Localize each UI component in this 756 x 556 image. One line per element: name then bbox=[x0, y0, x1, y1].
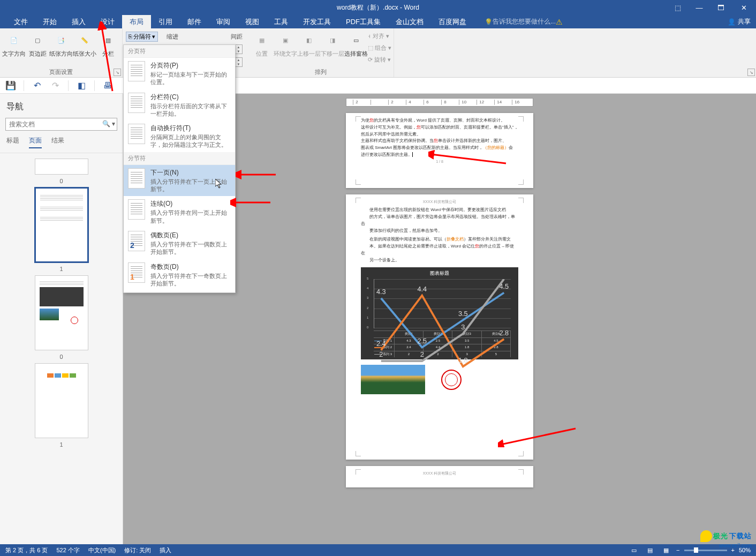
dropdown-item-1[interactable]: 分栏符(C)指示分栏符后面的文字将从下一栏开始。 bbox=[124, 89, 235, 121]
tab-baidu[interactable]: 百度网盘 bbox=[431, 15, 474, 28]
minimize-button[interactable]: — bbox=[689, 0, 710, 15]
tab-view[interactable]: 视图 bbox=[238, 15, 267, 28]
document-page-2[interactable]: XXXX 科技有限公司 使用在需要位置出现的新按钮在 Word 中保存时间。要更… bbox=[346, 194, 533, 460]
dropdown-item-6[interactable]: 1奇数页(D)插入分节符并在下一奇数页上开始新节。 bbox=[124, 259, 235, 291]
view-web-button[interactable]: ▦ bbox=[660, 545, 672, 555]
search-icon[interactable]: 🔍 ▾ bbox=[102, 120, 115, 127]
group-page-setup: 📄文字方向 ▢页边距 📑纸张方向 📏纸张大小 ▥分栏 页面设置 ↘ bbox=[0, 28, 123, 77]
dropdown-item-0[interactable]: 分页符(P)标记一页结束与下一页开始的位置。 bbox=[124, 58, 235, 89]
status-bar: 第 2 页，共 6 页 522 个字 中文(中国) 修订: 关闭 插入 ▭ ▤ … bbox=[0, 544, 756, 556]
window-options-button[interactable]: ⬚ bbox=[667, 0, 689, 15]
thumbnail-page-3[interactable] bbox=[35, 363, 88, 438]
document-page-1[interactable]: 为使您的文档具有专业外观，Word 提供了页眉、页脚、封面和文本框设计。这些设计… bbox=[346, 113, 533, 188]
tab-file[interactable]: 文件 bbox=[6, 15, 35, 28]
close-button[interactable]: ✕ bbox=[731, 0, 756, 15]
nav-tab-results[interactable]: 结果 bbox=[51, 136, 64, 148]
indent-label: 缩进 bbox=[167, 33, 178, 41]
dropdown-item-2[interactable]: 自动换行符(T)分隔网页上的对象周围的文字，如分隔题注文字与正文。 bbox=[124, 121, 235, 152]
tab-developer[interactable]: 开发工具 bbox=[296, 15, 338, 28]
dropdown-item-4[interactable]: 连续(O)插入分节符并在同一页上开始新节。 bbox=[124, 196, 235, 228]
view-read-button[interactable]: ▭ bbox=[628, 545, 640, 555]
status-page[interactable]: 第 2 页，共 6 页 bbox=[5, 546, 48, 554]
embedded-chart: 图表标题 0123454.32.53.54.52.44.41.82.82235 … bbox=[361, 267, 518, 360]
tab-mailings[interactable]: 邮件 bbox=[180, 15, 209, 28]
save-icon[interactable]: 💾 bbox=[5, 80, 16, 91]
navigation-pane: 导航 🔍 ▾ 标题 页面 结果 0 1 0 bbox=[0, 94, 123, 544]
document-page-3[interactable]: XXXX 科技有限公司 bbox=[346, 466, 533, 487]
columns-button[interactable]: ▥分栏 bbox=[96, 29, 120, 68]
nav-search: 🔍 ▾ bbox=[5, 118, 117, 131]
group-label-arrange: 排列 bbox=[250, 68, 391, 77]
tab-design[interactable]: 设计 bbox=[93, 15, 122, 28]
nav-tab-headings[interactable]: 标题 bbox=[6, 136, 19, 148]
ribbon-tabs: 文件 开始 插入 设计 布局 引用 邮件 审阅 视图 工具 开发工具 PDF工具… bbox=[0, 15, 756, 28]
breaks-dropdown: 分页符 分页符(P)标记一页结束与下一页开始的位置。分栏符(C)指示分栏符后面的… bbox=[123, 44, 236, 293]
nav-thumbnails: 0 1 0 bbox=[0, 153, 123, 539]
thumbnail-page-2[interactable] bbox=[35, 275, 88, 350]
nav-tab-pages[interactable]: 页面 bbox=[29, 136, 42, 148]
tab-references[interactable]: 引用 bbox=[151, 15, 180, 28]
status-lang[interactable]: 中文(中国) bbox=[88, 546, 116, 554]
status-insert[interactable]: 插入 bbox=[160, 546, 171, 554]
dropdown-section-page-breaks: 分页符 bbox=[124, 45, 235, 58]
svg-text:4.3: 4.3 bbox=[376, 288, 386, 296]
tab-home[interactable]: 开始 bbox=[35, 15, 64, 28]
tab-review[interactable]: 审阅 bbox=[209, 15, 238, 28]
paragraph-launcher[interactable]: ↘ bbox=[747, 69, 755, 76]
warning-icon[interactable]: ⚠ bbox=[556, 15, 563, 28]
tab-insert[interactable]: 插入 bbox=[64, 15, 93, 28]
dropdown-item-3[interactable]: 下一页(N)插入分节符并在下一页上开始新节。 bbox=[124, 165, 235, 197]
svg-text:4.4: 4.4 bbox=[417, 285, 427, 293]
status-track[interactable]: 修订: 关闭 bbox=[124, 546, 151, 554]
zoom-slider[interactable] bbox=[684, 550, 727, 551]
text-direction-button[interactable]: 📄文字方向 bbox=[2, 29, 26, 68]
titlebar: word教程（新）.docx - Word ⬚ — 🗖 ✕ bbox=[0, 0, 756, 15]
page-setup-launcher[interactable]: ↘ bbox=[114, 69, 121, 76]
dropdown-item-5[interactable]: 2偶数页(E)插入分节符并在下一偶数页上开始新节。 bbox=[124, 228, 235, 259]
size-button[interactable]: 📏纸张大小 bbox=[73, 29, 96, 68]
position-button[interactable]: ▦位置 bbox=[250, 29, 274, 58]
send-backward-button[interactable]: ◨下移一层 bbox=[321, 29, 344, 58]
breaks-button[interactable]: ⎘ 分隔符 ▾ bbox=[126, 32, 158, 42]
svg-text:2.4: 2.4 bbox=[376, 340, 386, 348]
window-title: word教程（新）.docx - Word bbox=[337, 3, 419, 12]
thumbnail-blank[interactable] bbox=[35, 159, 88, 175]
status-words[interactable]: 522 个字 bbox=[56, 546, 79, 554]
svg-text:3.5: 3.5 bbox=[458, 310, 468, 318]
svg-text:2.8: 2.8 bbox=[499, 329, 509, 337]
main-area: 导航 🔍 ▾ 标题 页面 结果 0 1 0 bbox=[0, 94, 756, 544]
redo-icon[interactable]: ↷ bbox=[50, 80, 61, 91]
tab-layout[interactable]: 布局 bbox=[122, 15, 151, 28]
print-icon[interactable]: 🖶 bbox=[102, 80, 113, 91]
maximize-button[interactable]: 🗖 bbox=[710, 0, 731, 15]
zoom-out-button[interactable]: − bbox=[676, 547, 679, 553]
group-button[interactable]: ⬚ 组合 ▾ bbox=[368, 42, 391, 53]
selection-pane-button[interactable]: ▭选择窗格 bbox=[344, 29, 368, 58]
orientation-button[interactable]: 📑纸张方向 bbox=[49, 29, 73, 68]
align-button[interactable]: ⫞ 对齐 ▾ bbox=[368, 31, 391, 41]
quick-access-toolbar: 💾 ↶ ↷ ◧ 🖶 bbox=[0, 78, 756, 94]
view-print-button[interactable]: ▤ bbox=[644, 545, 656, 555]
group-label: 页面设置 bbox=[2, 68, 120, 77]
share-button[interactable]: 👤 共享 bbox=[728, 15, 751, 28]
dropdown-section-section-breaks: 分节符 bbox=[124, 152, 235, 165]
seal-stamp bbox=[441, 370, 462, 390]
new-icon[interactable]: ◧ bbox=[76, 80, 87, 91]
tab-pdf[interactable]: PDF工具集 bbox=[338, 15, 388, 28]
svg-text:1.8: 1.8 bbox=[458, 356, 468, 364]
bring-forward-button[interactable]: ◧上移一层 bbox=[297, 29, 321, 58]
undo-icon[interactable]: ↶ bbox=[32, 80, 42, 91]
tab-tools[interactable]: 工具 bbox=[267, 15, 296, 28]
horizontal-ruler[interactable]: │ 2│ │ 2│ 4│ 6│ 8│ 10│ 12│ 14│ 16 bbox=[346, 98, 533, 107]
wrap-text-button[interactable]: ▣环绕文字 bbox=[274, 29, 297, 58]
tell-me[interactable]: 💡 告诉我您想要做什么... bbox=[485, 15, 556, 28]
tab-kingsoft[interactable]: 金山文档 bbox=[388, 15, 431, 28]
rotate-button[interactable]: ⟳ 旋转 ▾ bbox=[368, 54, 391, 65]
search-input[interactable] bbox=[5, 118, 117, 131]
thumbnail-page-1[interactable] bbox=[35, 187, 88, 262]
margins-button[interactable]: ▢页边距 bbox=[26, 29, 49, 68]
svg-text:2: 2 bbox=[420, 350, 424, 358]
nav-header: 导航 bbox=[0, 99, 123, 118]
ribbon: 📄文字方向 ▢页边距 📑纸张方向 📏纸张大小 ▥分栏 页面设置 ↘ ⎘ 分隔符 … bbox=[0, 28, 756, 78]
spacing-label: 间距 bbox=[231, 33, 243, 41]
